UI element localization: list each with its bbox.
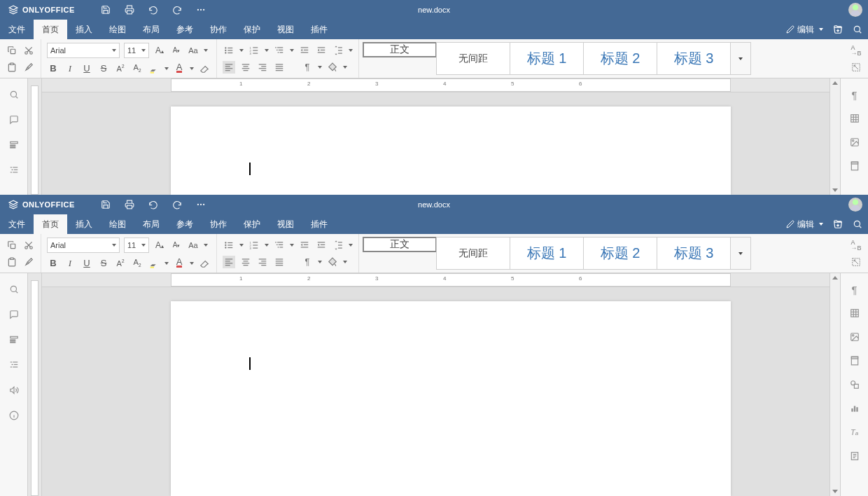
search-icon[interactable] xyxy=(8,88,20,101)
open-location-icon[interactable] xyxy=(833,25,843,34)
highlight-icon[interactable] xyxy=(148,62,160,75)
style-item-3[interactable]: 标题 2 xyxy=(583,42,657,75)
bold-icon[interactable]: B xyxy=(47,257,59,270)
vertical-scrollbar[interactable] xyxy=(830,273,840,496)
bold-icon[interactable]: B xyxy=(47,62,59,75)
select-all-icon[interactable] xyxy=(850,61,862,74)
open-location-icon[interactable] xyxy=(833,219,843,229)
highlight-icon[interactable] xyxy=(148,257,160,270)
vertical-ruler[interactable] xyxy=(28,78,42,195)
menu-tab-4[interactable]: 布局 xyxy=(134,20,168,39)
undo-icon[interactable] xyxy=(148,4,159,15)
more-icon[interactable] xyxy=(195,199,206,210)
header-icon[interactable] xyxy=(848,354,861,367)
image-icon[interactable] xyxy=(848,136,861,149)
align-justify-icon[interactable] xyxy=(273,61,286,74)
cut-icon[interactable] xyxy=(22,44,35,57)
shading-icon[interactable] xyxy=(326,61,339,74)
font-color-icon[interactable]: A xyxy=(173,62,186,75)
bullets-icon[interactable] xyxy=(223,239,235,252)
font-size-select[interactable]: 11 xyxy=(124,237,149,253)
copy-icon[interactable] xyxy=(6,44,18,57)
style-item-1[interactable]: 无间距 xyxy=(436,42,510,75)
para-icon[interactable]: ¶ xyxy=(848,283,861,296)
increase-font-icon[interactable]: A▴ xyxy=(153,239,166,252)
font-name-select[interactable]: Arial xyxy=(47,43,120,58)
paste-icon[interactable] xyxy=(6,61,18,74)
underline-icon[interactable]: U xyxy=(80,257,93,270)
form-icon[interactable] xyxy=(848,450,861,462)
more-icon[interactable] xyxy=(195,4,206,15)
edit-mode-button[interactable]: 编辑 xyxy=(786,219,823,230)
speak-icon[interactable] xyxy=(8,384,20,397)
shape-icon[interactable] xyxy=(848,378,861,391)
change-case-icon[interactable]: Aa xyxy=(187,239,200,252)
menu-tab-0[interactable]: 文件 xyxy=(0,214,34,234)
decrease-font-icon[interactable]: A▾ xyxy=(170,44,183,57)
decrease-font-icon[interactable]: A▾ xyxy=(170,239,183,252)
outline-icon[interactable] xyxy=(8,359,20,371)
table-icon[interactable] xyxy=(848,307,861,319)
comment-icon[interactable] xyxy=(8,308,20,321)
search-icon[interactable] xyxy=(8,283,20,296)
decrease-indent-icon[interactable] xyxy=(298,44,311,57)
menu-tab-7[interactable]: 保护 xyxy=(235,20,269,39)
horizontal-ruler[interactable]: 123456 xyxy=(42,78,830,92)
page-canvas[interactable] xyxy=(42,92,830,195)
style-item-0[interactable]: 正文 xyxy=(363,237,437,252)
align-right-icon[interactable] xyxy=(256,256,269,268)
cut-icon[interactable] xyxy=(22,239,35,252)
clear-format-icon[interactable] xyxy=(198,62,211,75)
numbering-icon[interactable]: 123 xyxy=(248,44,260,57)
increase-indent-icon[interactable] xyxy=(315,44,328,57)
search-icon[interactable] xyxy=(853,25,862,34)
multilevel-icon[interactable] xyxy=(273,44,286,57)
horizontal-ruler[interactable]: 123456 xyxy=(42,273,830,287)
multilevel-icon[interactable] xyxy=(273,239,286,252)
menu-tab-4[interactable]: 布局 xyxy=(134,214,168,234)
undo-icon[interactable] xyxy=(148,199,159,210)
align-left-icon[interactable] xyxy=(223,61,235,74)
pilcrow-icon[interactable]: ¶ xyxy=(301,61,314,74)
edit-mode-button[interactable]: 编辑 xyxy=(786,24,823,36)
line-spacing-icon[interactable] xyxy=(332,44,344,57)
menu-tab-0[interactable]: 文件 xyxy=(0,20,34,39)
menu-tab-2[interactable]: 插入 xyxy=(67,214,101,234)
subscript-icon[interactable]: A2 xyxy=(131,257,144,270)
paste-icon[interactable] xyxy=(6,256,18,268)
strike-icon[interactable]: S xyxy=(97,62,110,75)
style-item-1[interactable]: 无间距 xyxy=(436,237,510,270)
line-spacing-icon[interactable] xyxy=(332,239,344,252)
menu-tab-5[interactable]: 参考 xyxy=(168,214,202,234)
increase-indent-icon[interactable] xyxy=(315,239,328,252)
copy-icon[interactable] xyxy=(6,239,18,252)
table-icon[interactable] xyxy=(848,112,861,125)
subscript-icon[interactable]: A2 xyxy=(131,62,144,75)
align-justify-icon[interactable] xyxy=(273,256,286,268)
numbering-icon[interactable]: 123 xyxy=(248,239,260,252)
superscript-icon[interactable]: A2 xyxy=(114,62,127,75)
vertical-scrollbar[interactable] xyxy=(830,78,840,195)
font-name-select[interactable]: Arial xyxy=(47,237,120,253)
image-icon[interactable] xyxy=(848,331,861,343)
menu-tab-6[interactable]: 协作 xyxy=(202,20,235,39)
style-item-3[interactable]: 标题 2 xyxy=(583,237,657,270)
align-left-icon[interactable] xyxy=(223,256,235,268)
style-item-2[interactable]: 标题 1 xyxy=(510,237,584,270)
page-canvas[interactable] xyxy=(42,287,830,496)
underline-icon[interactable]: U xyxy=(80,62,93,75)
menu-tab-2[interactable]: 插入 xyxy=(67,20,101,39)
heads-icon[interactable] xyxy=(8,139,20,151)
replace-icon[interactable]: A→B xyxy=(850,44,862,57)
textart-icon[interactable]: Ta xyxy=(848,426,861,439)
replace-icon[interactable]: A→B xyxy=(850,239,862,252)
heads-icon[interactable] xyxy=(8,333,20,346)
decrease-indent-icon[interactable] xyxy=(298,239,311,252)
para-icon[interactable]: ¶ xyxy=(848,88,861,101)
vertical-ruler[interactable] xyxy=(28,273,42,496)
style-item-2[interactable]: 标题 1 xyxy=(510,42,584,75)
menu-tab-8[interactable]: 视图 xyxy=(269,214,302,234)
style-gallery-dropdown[interactable] xyxy=(730,237,751,270)
comment-icon[interactable] xyxy=(8,113,20,126)
font-color-icon[interactable]: A xyxy=(173,257,186,270)
